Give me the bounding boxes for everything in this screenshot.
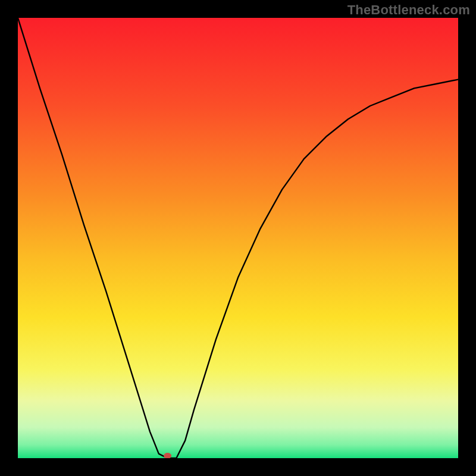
chart-frame: TheBottleneck.com	[0, 0, 476, 476]
plot-area	[18, 18, 458, 458]
chart-svg	[18, 18, 458, 458]
chart-background	[18, 18, 458, 458]
watermark-text: TheBottleneck.com	[347, 2, 470, 18]
